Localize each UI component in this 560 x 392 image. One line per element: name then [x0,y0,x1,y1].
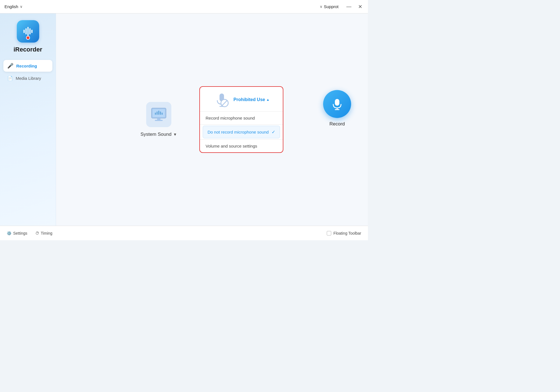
language-selector[interactable]: English ∨ [4,4,23,9]
svg-rect-7 [160,111,161,115]
dropdown-divider-2 [200,124,283,125]
svg-rect-6 [158,111,159,115]
media-library-label: Media Library [16,76,41,81]
prohibited-label: Prohibited Use ▲ [234,97,270,102]
chevron-up-icon: ▲ [266,98,270,102]
waveform-bar-4 [29,28,31,34]
content-area: System Sound ▼ [56,13,368,226]
support-label: Supprot [324,4,339,9]
waveform-bar-2 [25,28,27,34]
main-layout: iRecorder 🎤 Recording 📄 Media Library [0,13,368,226]
support-button[interactable]: ∨ Supprot [320,4,339,9]
svg-rect-8 [162,113,163,115]
sidebar-item-media-library[interactable]: 📄 Media Library [3,73,52,84]
timing-button[interactable]: ⏱ Timing [35,231,53,235]
mic-dropdown-container: Prohibited Use ▲ Record microphone sound… [199,86,283,153]
check-mark-icon: ✓ [272,129,275,135]
system-sound-icon [146,102,171,127]
mic-section: Prohibited Use ▲ Record microphone sound… [199,86,283,153]
menu-item-no-record-mic[interactable]: Do not record microphone sound ✓ [203,126,280,138]
bottom-left: ⚙️ Settings ⏱ Timing [7,231,52,235]
bottom-bar: ⚙️ Settings ⏱ Timing Floating Toolbar [0,226,368,240]
waveform-icon [24,27,32,36]
settings-label: Settings [13,231,27,235]
close-button[interactable]: ✕ [357,3,363,10]
mic-record-icon [330,97,344,111]
prohibited-text: Prohibited Use [234,97,265,102]
mic-prohibited-icon [213,91,230,108]
recording-label: Recording [16,64,37,68]
no-record-mic-label: Do not record microphone sound [207,130,269,134]
sidebar: iRecorder 🎤 Recording 📄 Media Library [0,13,56,226]
floating-toolbar-label: Floating Toolbar [333,231,361,235]
window-controls: — ✕ [345,3,363,10]
system-sound-section: System Sound ▼ [141,102,177,137]
record-mic-label: Record microphone sound [206,116,255,120]
library-icon: 📄 [7,76,13,81]
waveform-bar-3 [27,27,29,36]
waveform-bar-5 [31,30,32,33]
svg-rect-3 [155,120,163,121]
monitor-svg [150,107,167,122]
nav-list: 🎤 Recording 📄 Media Library [3,60,52,84]
floating-toolbar-checkbox[interactable] [327,231,331,235]
support-chevron: ∨ [320,4,323,9]
record-button[interactable] [323,90,351,118]
system-sound-label[interactable]: System Sound ▼ [141,132,177,137]
system-sound-text: System Sound [141,132,172,137]
mic-header[interactable]: Prohibited Use ▲ [200,87,283,111]
volume-source-label: Volume and source settings [206,144,257,148]
svg-rect-4 [155,113,156,115]
microphone-icon: 🎤 [7,63,13,69]
menu-item-volume-source[interactable]: Volume and source settings [200,140,283,152]
app-logo [17,20,39,43]
record-button-section: Record [323,90,351,127]
record-dot [26,36,30,40]
svg-rect-5 [157,111,158,115]
record-label: Record [330,121,345,127]
sidebar-item-recording[interactable]: 🎤 Recording [3,60,52,72]
settings-button[interactable]: ⚙️ Settings [7,231,27,235]
title-bar-right: ∨ Supprot — ✕ [320,3,363,10]
settings-icon: ⚙️ [7,231,11,235]
app-name: iRecorder [13,46,42,53]
timing-icon: ⏱ [35,231,39,235]
system-sound-dropdown-arrow: ▼ [173,132,177,137]
recording-controls: System Sound ▼ [141,86,283,153]
svg-rect-2 [157,118,160,120]
mic-prohibited-svg [213,91,230,108]
menu-item-record-mic[interactable]: Record microphone sound [200,112,283,124]
title-bar: English ∨ ∨ Supprot — ✕ [0,0,368,13]
floating-toolbar-section[interactable]: Floating Toolbar [327,231,361,235]
minimize-button[interactable]: — [345,3,353,10]
logo-inner [24,27,32,36]
waveform-bar-1 [24,30,25,33]
timing-label: Timing [41,231,53,235]
svg-rect-15 [335,99,339,106]
language-label: English [4,4,18,9]
language-chevron: ∨ [20,4,23,9]
